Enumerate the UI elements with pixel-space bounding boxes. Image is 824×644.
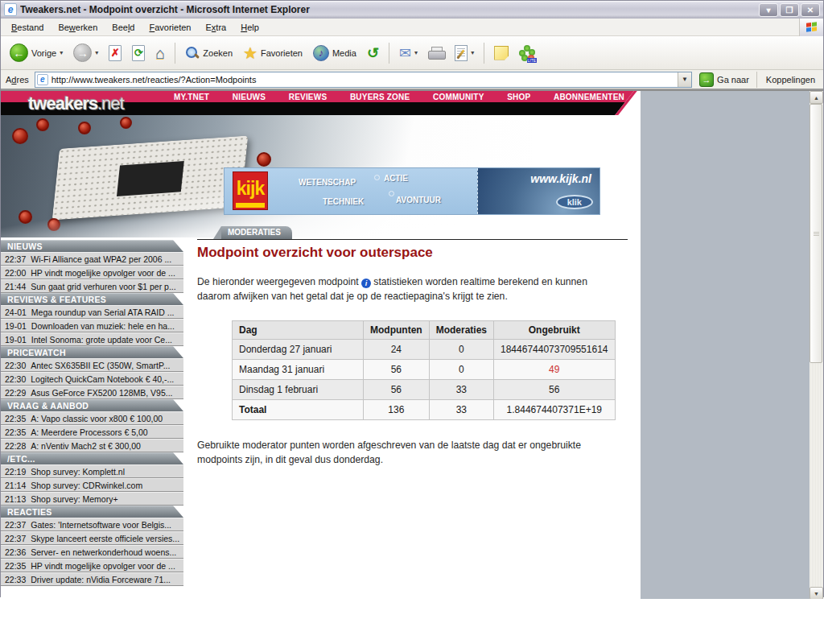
list-item[interactable]: 22:00HP vindt mogelijke opvolger voor de… (1, 266, 183, 279)
sidebar-section-nieuws[interactable]: NIEUWS (1, 240, 183, 252)
list-item[interactable]: 22:37Skype lanceert eerste officiele ver… (1, 531, 183, 545)
menu-item[interactable]: Favorieten (142, 20, 198, 35)
banner-label: WETENSCHAP (299, 178, 356, 187)
cell-dag: Maandag 31 januari (233, 360, 364, 380)
scrollbar-track[interactable] (810, 104, 823, 587)
scroll-down-button[interactable]: ▼ (810, 587, 823, 599)
edit-button[interactable]: ▾ (451, 43, 478, 64)
tab-moderaties[interactable]: MODERATIES (221, 226, 292, 239)
sidebar-section-pricewatch[interactable]: PRICEWATCH (1, 346, 183, 358)
links-label[interactable]: Koppelingen (761, 75, 820, 85)
chevron-down-icon[interactable]: ▾ (414, 49, 418, 56)
home-icon: ⌂ (155, 45, 165, 61)
sidebar-section-reacties[interactable]: REACTIES (1, 506, 183, 518)
nav-item[interactable]: MY.TNET (174, 93, 209, 101)
list-item[interactable]: 22:28A: nVentiv Mach2 st € 300,00 (1, 439, 183, 452)
chevron-down-icon: ▾ (95, 49, 98, 56)
list-item[interactable]: 22:37Wi-Fi Alliance gaat WPA2 per 2006 .… (1, 252, 183, 266)
list-item[interactable]: 22:30Antec SX635BII EC (350W, SmartP... (1, 358, 183, 372)
banner-ad[interactable]: kijk WETENSCHAP TECHNIEK ACTIE AVONTUUR … (224, 167, 600, 215)
vertical-scrollbar[interactable]: ▲ ▼ (810, 91, 823, 599)
chevron-down-icon[interactable]: ▾ (471, 49, 474, 56)
cell-modpunten: 56 (364, 380, 430, 400)
print-button[interactable] (424, 44, 448, 62)
banner-label: TECHNIEK (323, 197, 364, 206)
intro-text: De hieronder weergegeven modpoint i stat… (197, 275, 614, 304)
url-text[interactable]: http://www.tweakers.net/reacties/?Action… (52, 75, 678, 85)
nav-item[interactable]: SHOP (507, 93, 530, 101)
list-item[interactable]: 21:14Shop survey: CDRwinkel.com (1, 478, 183, 492)
media-label: Media (332, 48, 356, 58)
divider (197, 239, 628, 240)
list-item[interactable]: 22:30Logitech QuickCam Notebook € 40,-..… (1, 372, 183, 386)
icq-button[interactable]: LITE (515, 43, 539, 64)
menu-item[interactable]: Bestand (4, 20, 51, 35)
list-item[interactable]: 21:44Sun gaat grid verhuren voor $1 per … (1, 279, 183, 293)
list-item[interactable]: 22:36Server- en netwerkonderhoud woens..… (1, 545, 183, 559)
list-item[interactable]: 22:35A: Vapo classic voor x800 € 100,00 (1, 411, 183, 425)
history-button[interactable]: ↺ (363, 43, 383, 63)
sidebar-section-vraag-aanbod[interactable]: VRAAG & AANBOD (1, 399, 183, 411)
menu-items: BestandBewerkenBeeldFavorietenExtraHelp (1, 20, 799, 35)
nav-item[interactable]: REVIEWS (289, 93, 328, 101)
table-row: Totaal 136 33 1.844674407371E+19 (233, 400, 616, 420)
scrollbar-thumb[interactable] (810, 104, 822, 363)
media-icon: ♪ (313, 45, 329, 61)
close-button[interactable]: ✕ (801, 3, 820, 17)
list-item[interactable]: 24-01Mega roundup van Serial ATA RAID ..… (1, 305, 183, 319)
nav-item[interactable]: ABONNEMENTEN (554, 93, 624, 101)
mail-button[interactable]: ✉ ▾ (395, 43, 422, 63)
menu-item[interactable]: Beeld (105, 20, 142, 35)
site-logo[interactable]: tweakers.net (28, 93, 124, 114)
list-item[interactable]: 22:37Gates: 'Internetsoftware voor Belgi… (1, 518, 183, 531)
banner-label: ACTIE (384, 174, 408, 183)
list-item[interactable]: 22:19Shop survey: Komplett.nl (1, 464, 183, 478)
forward-button[interactable]: → ▾ (69, 41, 102, 64)
chevron-down-icon[interactable]: ▾ (60, 49, 63, 56)
address-input[interactable]: e http://www.tweakers.net/reacties/?Acti… (35, 72, 692, 88)
menubar: BestandBewerkenBeeldFavorietenExtraHelp (1, 19, 823, 36)
nav-item[interactable]: BUYERS ZONE (350, 93, 410, 101)
favorites-button[interactable]: ★ Favorieten (239, 43, 307, 64)
mail-icon: ✉ (399, 46, 411, 60)
list-item[interactable]: 22:33Driver update: nVidia Forceware 71.… (1, 572, 183, 586)
menu-item[interactable]: Help (233, 20, 266, 35)
table-row: Dinsdag 1 februari 56 33 56 (233, 380, 616, 400)
star-icon: ★ (243, 45, 258, 61)
list-item[interactable]: 22:35HP vindt mogelijke opvolger voor de… (1, 559, 183, 572)
refresh-button[interactable]: ⟳ (128, 43, 149, 64)
list-item[interactable]: 22:35A: Meerdere Processors € 5,00 (1, 425, 183, 439)
banner-klik-button[interactable]: klik (556, 195, 593, 209)
back-button[interactable]: ← Vorige ▾ (6, 41, 67, 64)
list-item[interactable]: 22:29Asus GeForce FX5200 128MB, V95... (1, 386, 183, 399)
search-button[interactable]: Zoeken (181, 43, 237, 63)
list-item[interactable]: 19-01Intel Sonoma: grote update voor Ce.… (1, 332, 183, 346)
site-nav: MY.TNETNIEUWSREVIEWSBUYERS ZONECOMMUNITY… (174, 91, 624, 102)
menu-item[interactable]: Bewerken (51, 20, 105, 35)
capacitor-graphic (19, 210, 32, 224)
notes-button[interactable] (490, 43, 513, 63)
media-button[interactable]: ♪ Media (309, 43, 360, 64)
restore-button[interactable]: ❐ (780, 3, 799, 17)
address-dropdown-button[interactable]: ▼ (678, 72, 691, 87)
list-item[interactable]: 21:13Shop survey: Memory+ (1, 492, 183, 506)
home-button[interactable]: ⌂ (151, 43, 169, 64)
sidebar-section-reviews[interactable]: REVIEWS & FEATURES (1, 293, 183, 305)
print-icon (428, 47, 444, 60)
scroll-up-button[interactable]: ▲ (810, 91, 823, 104)
menu-item[interactable]: Extra (198, 20, 233, 35)
stop-button[interactable]: ✗ (105, 43, 126, 64)
toolbar-separator (389, 43, 389, 64)
list-item[interactable]: 19-01Downloaden van muziek: hele en ha..… (1, 319, 183, 332)
sidebar-section-etc[interactable]: /ETC... (1, 452, 183, 464)
nav-item[interactable]: COMMUNITY (433, 93, 484, 101)
go-arrow-icon: → (699, 72, 714, 87)
capacitor-graphic (47, 218, 60, 231)
info-icon[interactable]: i (361, 279, 371, 288)
go-label: Ga naar (717, 75, 749, 85)
titlebar[interactable]: e Tweakers.net - Modpoint overzicht - Mi… (1, 1, 823, 19)
go-button[interactable]: → Ga naar (696, 72, 752, 87)
table-header-row: DagModpuntenModeratiesOngebruikt (233, 321, 616, 340)
nav-item[interactable]: NIEUWS (233, 93, 266, 101)
minimize-button[interactable]: ▾ (759, 3, 778, 17)
